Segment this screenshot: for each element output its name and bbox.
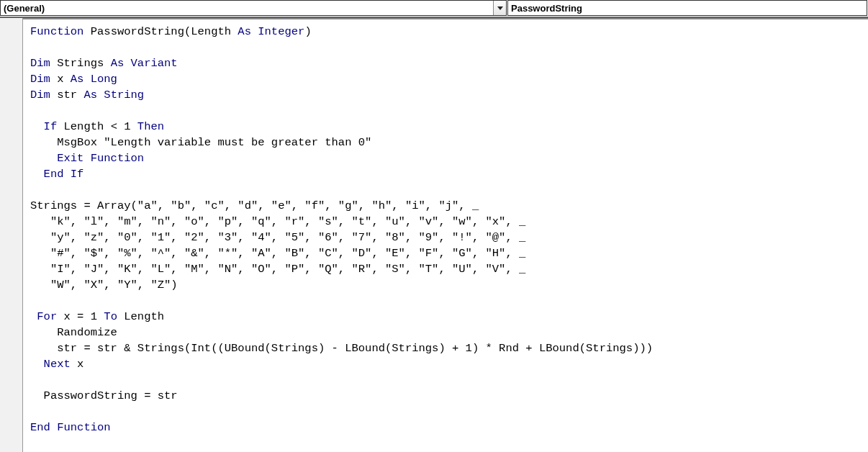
- margin-indicator-bar: [0, 18, 23, 452]
- code-pane[interactable]: Function PasswordString(Length As Intege…: [23, 19, 868, 435]
- kw-end-function: End Function: [30, 421, 111, 434]
- kw-then: Then: [137, 120, 164, 133]
- kw-as-integer: As Integer: [238, 25, 304, 38]
- code-text: PasswordString(Length: [83, 25, 238, 38]
- kw-dim: Dim: [30, 57, 50, 70]
- code-text: str = str & Strings(Int((UBound(Strings)…: [30, 342, 653, 355]
- code-text: "k", "l", "m", "n", "o", "p", "q", "r", …: [30, 215, 525, 228]
- code-editor: Function PasswordString(Length As Intege…: [0, 17, 868, 452]
- code-text: "W", "X", "Y", "Z"): [30, 279, 178, 291]
- code-text: PasswordString = str: [30, 389, 178, 402]
- kw-to: To: [104, 310, 117, 323]
- object-dropdown-arrow[interactable]: [493, 1, 506, 15]
- code-text: x = 1: [57, 310, 104, 323]
- code-text: "I", "J", "K", "L", "M", "N", "O", "P", …: [30, 263, 525, 276]
- code-text: Randomize: [30, 326, 117, 339]
- kw-function: Function: [30, 25, 83, 38]
- code-text: Length < 1: [57, 120, 137, 133]
- kw-next: Next: [30, 358, 71, 371]
- kw-dim: Dim: [30, 89, 50, 101]
- procedure-dropdown-value: PasswordString: [511, 3, 582, 14]
- code-text: "#", "$", "%", "^", "&", "*", "A", "B", …: [30, 247, 525, 260]
- code-text: x: [71, 358, 84, 371]
- kw-as-long: As Long: [71, 73, 117, 86]
- kw-if: If: [30, 120, 57, 133]
- kw-as-variant: As Variant: [111, 57, 178, 70]
- code-text: str: [50, 89, 84, 101]
- kw-as-string: As String: [83, 89, 144, 101]
- kw-for: For: [30, 310, 57, 323]
- code-text: x: [50, 73, 71, 86]
- kw-exit-function: Exit Function: [30, 152, 144, 165]
- code-text: Strings = Array("a", "b", "c", "d", "e",…: [30, 199, 479, 212]
- vbe-dropdown-bar: (General) PasswordString: [0, 0, 868, 17]
- kw-end-if: End If: [30, 168, 83, 181]
- code-text: Strings: [50, 57, 111, 70]
- code-text: Length: [117, 310, 164, 323]
- code-text: ): [304, 25, 311, 38]
- object-dropdown-value: (General): [4, 3, 45, 14]
- procedure-dropdown[interactable]: PasswordString: [507, 0, 867, 16]
- kw-dim: Dim: [30, 73, 50, 86]
- code-text: "y", "z", "0", "1", "2", "3", "4", "5", …: [30, 231, 525, 244]
- code-text: MsgBox "Length variable must be greater …: [30, 136, 371, 149]
- object-dropdown[interactable]: (General): [0, 0, 507, 16]
